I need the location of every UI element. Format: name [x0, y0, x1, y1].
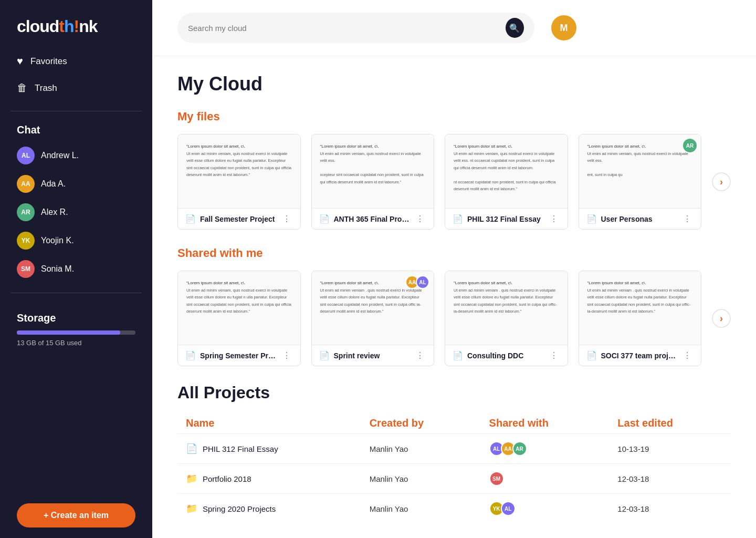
storage-title: Storage	[17, 312, 135, 324]
logo-h: h	[64, 17, 74, 36]
proj-edited-1: 10-13-19	[609, 434, 731, 464]
file-more-btn-1[interactable]: ⋮	[280, 214, 293, 224]
logo-i: !	[74, 17, 79, 36]
shared-more-btn-3[interactable]: ⋮	[548, 350, 560, 360]
table-row: 📄 PHIL 312 Final Essay Manlin Yao AL AA …	[177, 434, 731, 464]
file-preview-1: "Lorem ipsum dolor sit amet, c\. Ut enim…	[178, 134, 300, 208]
search-bar: 🔍	[177, 13, 534, 43]
my-files-title: My files	[177, 110, 731, 123]
avatar-yk: YK	[17, 232, 35, 250]
shared-card-consulting: "Lorem ipsum dolor sit amet, c\. Ut enim…	[445, 271, 568, 366]
trash-icon: 🗑	[17, 82, 27, 94]
proj-name-2: Portfolio 2018	[203, 474, 251, 483]
proj-name-1: PHIL 312 Final Essay	[203, 444, 278, 453]
my-files-section: My files "Lorem ipsum dolor sit amet, c\…	[177, 110, 731, 230]
shared-card-spring: "Lorem ipsum dolor sit amet, c\. Ut enim…	[177, 271, 301, 366]
sprint-avatar-al: AL	[416, 275, 429, 289]
chat-item-sm[interactable]: SM Sonia M.	[10, 256, 142, 282]
chat-item-ar[interactable]: AR Alex R.	[10, 199, 142, 225]
table-row: 📁 Spring 2020 Projects Manlin Yao YK AL …	[177, 494, 731, 524]
shared-name-1: Spring Semester Project	[200, 351, 276, 360]
shared-name-2: Sprint review	[334, 351, 410, 360]
heart-icon: ♥	[17, 55, 23, 67]
all-projects-title: All Projects	[177, 383, 731, 402]
file-more-btn-4[interactable]: ⋮	[681, 214, 694, 224]
sidebar: cloudth!nk ♥ Favorites 🗑 Trash Chat AL A…	[0, 0, 152, 538]
chat-item-al[interactable]: AL Andrew L.	[10, 142, 142, 169]
doc-icon-1: 📄	[185, 214, 196, 224]
file-card-fall-semester: "Lorem ipsum dolor sit amet, c\. Ut enim…	[177, 134, 301, 230]
file-footer-3: 📄 PHIL 312 Final Essay ⋮	[445, 208, 568, 229]
shared-more-btn-2[interactable]: ⋮	[414, 350, 426, 360]
my-files-row: "Lorem ipsum dolor sit amet, c\. Ut enim…	[177, 134, 731, 230]
chat-list: AL Andrew L. AA Ada A. AR Alex R. YK Yoo…	[0, 142, 152, 284]
shared-files-next-arrow[interactable]: ›	[712, 309, 731, 328]
shared-more-btn-1[interactable]: ⋮	[280, 350, 293, 360]
file-card-anth: "Lorem ipsum dolor sit amet, c\. Ut enim…	[311, 134, 435, 230]
doc-icon-4: 📄	[586, 214, 597, 224]
main-content: 🔍 M My Cloud My files "Lorem ipsum dolor…	[152, 0, 756, 538]
shared-preview-2: AA AL "Lorem ipsum dolor sit amet, c\. U…	[312, 271, 434, 345]
shared-name-3: Consulting DDC	[467, 351, 543, 360]
shared-card-soci: "Lorem ipsum dolor sit amet, c\. Ut enim…	[579, 271, 702, 366]
project-name-cell-3: 📁 Spring 2020 Projects	[177, 494, 361, 524]
user-avatar[interactable]: M	[551, 15, 576, 40]
proj-shared-2: SM	[481, 464, 610, 494]
shared-preview-4: "Lorem ipsum dolor sit amet, c\. Ut enim…	[579, 271, 701, 345]
proj-icon-3: 📁	[186, 503, 197, 514]
chat-user-aa: Ada A.	[41, 179, 66, 189]
shared-footer-1: 📄 Spring Semester Project ⋮	[178, 345, 300, 366]
col-created-by: Created by	[361, 413, 481, 434]
shared-title: Shared with me	[177, 246, 731, 260]
chat-user-al: Andrew L.	[41, 151, 79, 160]
proj-shared-1: AL AA AR	[481, 434, 610, 464]
proj-edited-2: 12-03-18	[609, 464, 731, 494]
file-card-user-personas: AR "Lorem ipsum dolor sit amet, c\. Ut e…	[579, 134, 702, 230]
storage-text: 13 GB of 15 GB used	[17, 339, 135, 347]
avatar-sm: SM	[17, 260, 35, 278]
shared-doc-icon-2: 📄	[319, 350, 330, 360]
shared-section: Shared with me "Lorem ipsum dolor sit am…	[177, 246, 731, 366]
file-footer-4: 📄 User Personas ⋮	[579, 208, 701, 229]
shared-avatars-3: YK AL	[489, 501, 601, 516]
project-name-cell-2: 📁 Portfolio 2018	[177, 464, 361, 494]
avatar-al: AL	[17, 147, 35, 164]
chat-item-aa[interactable]: AA Ada A.	[10, 171, 142, 197]
sidebar-item-trash[interactable]: 🗑 Trash	[10, 76, 142, 100]
card4-avatar-ar: AR	[683, 139, 697, 152]
shared-avatars-2: SM	[489, 471, 601, 486]
file-more-btn-2[interactable]: ⋮	[414, 214, 426, 224]
chat-user-yk: Yoojin K.	[41, 236, 74, 245]
proj-edited-3: 12-03-18	[609, 494, 731, 524]
shared-footer-2: 📄 Sprint review ⋮	[312, 345, 434, 366]
projects-table: Name Created by Shared with Last edited …	[177, 413, 731, 523]
content-area: My Cloud My files "Lorem ipsum dolor sit…	[152, 56, 756, 538]
project-name-cell-1: 📄 PHIL 312 Final Essay	[177, 434, 361, 464]
search-input[interactable]	[188, 24, 500, 33]
file-more-btn-3[interactable]: ⋮	[548, 214, 560, 224]
proj-name-3: Spring 2020 Projects	[203, 504, 276, 513]
shared-doc-icon-4: 📄	[586, 350, 597, 360]
my-files-next-arrow[interactable]: ›	[712, 172, 731, 191]
file-footer-1: 📄 Fall Semester Project ⋮	[178, 208, 300, 229]
sidebar-item-favorites[interactable]: ♥ Favorites	[10, 49, 142, 74]
avatar-ar: AR	[17, 203, 35, 221]
file-name-2: ANTH 365 Final Project	[334, 215, 410, 223]
file-preview-2: "Lorem ipsum dolor sit amet, c\. Ut enim…	[312, 134, 434, 208]
logo-t: t	[59, 17, 64, 36]
app-logo: cloudth!nk	[0, 0, 152, 49]
search-button[interactable]: 🔍	[506, 18, 524, 38]
create-btn-wrapper: + Create an item	[0, 493, 152, 538]
sa-sm: SM	[489, 471, 504, 486]
doc-icon-3: 📄	[453, 214, 463, 224]
shared-preview-1: "Lorem ipsum dolor sit amet, c\. Ut enim…	[178, 271, 300, 345]
proj-icon-2: 📁	[186, 473, 197, 484]
shared-card-sprint: AA AL "Lorem ipsum dolor sit amet, c\. U…	[311, 271, 435, 366]
chat-user-sm: Sonia M.	[41, 264, 74, 274]
shared-more-btn-4[interactable]: ⋮	[681, 350, 694, 360]
chat-item-yk[interactable]: YK Yoojin K.	[10, 227, 142, 254]
proj-created-by-1: Manlin Yao	[361, 434, 481, 464]
create-item-button[interactable]: + Create an item	[17, 503, 135, 527]
shared-doc-icon-1: 📄	[185, 350, 196, 360]
storage-section: Storage 13 GB of 15 GB used	[0, 304, 152, 355]
